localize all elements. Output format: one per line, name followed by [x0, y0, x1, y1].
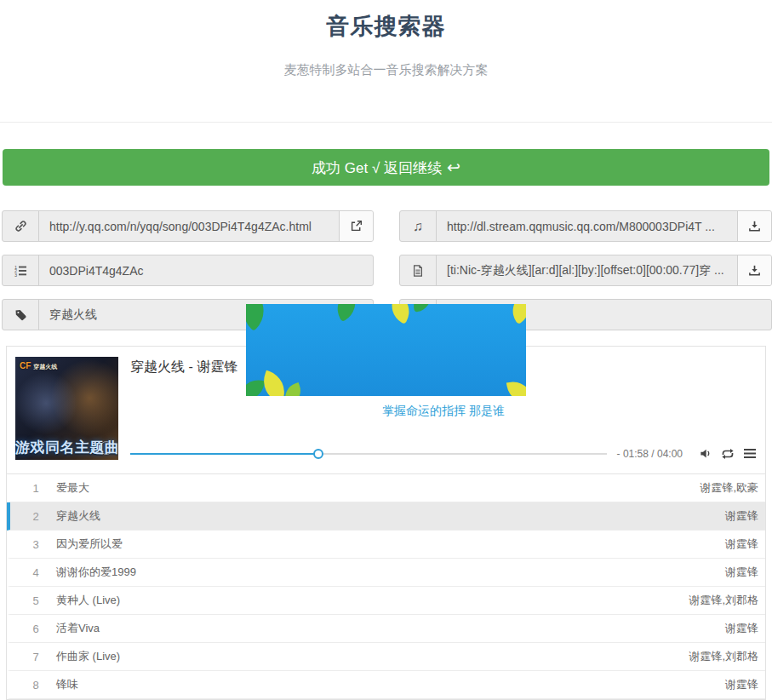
open-page-button[interactable]: [339, 211, 373, 241]
track-artist: 谢霆锋: [725, 536, 758, 552]
music-icon: ♫: [400, 211, 437, 241]
track-title: 因为爱所以爱: [56, 536, 725, 552]
track-title: 作曲家 (Live): [56, 649, 689, 664]
track-artist: 谢霆锋,刘郡格: [689, 593, 758, 608]
track-artist: 谢霆锋: [725, 508, 758, 524]
link-icon: [3, 211, 39, 241]
ad-banner-image[interactable]: [246, 304, 526, 396]
track-title: 谢谢你的爱1999: [56, 565, 725, 580]
track-number: 8: [27, 679, 44, 691]
progress-bar[interactable]: [130, 449, 607, 459]
list-ol-icon: 123: [3, 255, 39, 285]
track-row[interactable]: 6 活着Viva 谢霆锋: [7, 615, 765, 643]
reply-icon: ↩: [447, 158, 460, 176]
stream-url-group: ♫: [399, 210, 772, 242]
progress-fill: [130, 453, 318, 455]
file-text-icon: [400, 255, 437, 285]
download-song-button[interactable]: [737, 211, 771, 241]
track-artist: 谢霆锋: [725, 621, 758, 636]
loop-icon[interactable]: [720, 448, 735, 460]
track-row-active[interactable]: 2 穿越火线 谢霆锋: [7, 502, 765, 531]
track-artist: 谢霆锋: [725, 677, 758, 692]
song-id-input[interactable]: [39, 255, 373, 285]
page-title: 音乐搜索器: [0, 0, 772, 42]
track-row[interactable]: 8 锋味 谢霆锋: [7, 671, 765, 699]
track-row[interactable]: 3 因为爱所以爱 谢霆锋: [7, 531, 765, 559]
leaf-decor: [246, 304, 274, 331]
stream-url-input[interactable]: [437, 211, 737, 241]
player-controls: - 01:58 / 04:00: [130, 447, 757, 460]
track-row[interactable]: 1 爱最大 谢霆锋,欧豪: [7, 474, 765, 502]
progress-knob[interactable]: [313, 449, 323, 459]
track-row[interactable]: 5 黄种人 (Live) 谢霆锋,刘郡格: [7, 587, 765, 615]
album-disc-badge: [100, 441, 113, 455]
download-icon: [748, 220, 761, 232]
leaf-decor: [330, 304, 363, 322]
track-number: 7: [27, 651, 44, 663]
lyric-group: [399, 255, 772, 286]
leaf-decor: [506, 304, 526, 324]
page-url-input[interactable]: [39, 211, 339, 241]
track-title: 爱最大: [56, 480, 700, 496]
player-panel: CF穿越火线 游戏同名主题曲 穿越火线 - 谢霆锋 掌握命运的指挥 那是谁 - …: [6, 346, 766, 700]
time-display: - 01:58 / 04:00: [617, 448, 683, 460]
track-artist: 谢霆锋,刘郡格: [689, 649, 758, 664]
success-banner-text: 成功 Get √ 返回继续: [312, 160, 442, 176]
track-row[interactable]: 4 谢谢你的爱1999 谢霆锋: [7, 559, 765, 587]
album-art: CF穿越火线 游戏同名主题曲: [15, 357, 118, 460]
download-icon: [748, 264, 761, 277]
current-lyric-line[interactable]: 掌握命运的指挥 那是谁: [130, 404, 757, 419]
track-number: 5: [27, 594, 44, 607]
download-lyric-button[interactable]: [737, 255, 771, 285]
tag-icon: [3, 300, 39, 330]
success-banner[interactable]: 成功 Get √ 返回继续↩: [3, 149, 769, 186]
track-number: 1: [27, 482, 44, 495]
track-title: 穿越火线: [56, 508, 725, 524]
track-number: 2: [27, 510, 44, 523]
track-number: 3: [27, 538, 44, 551]
leaf-decor: [506, 379, 526, 396]
track-list: 1 爱最大 谢霆锋,欧豪 2 穿越火线 谢霆锋 3 因为爱所以爱 谢霆锋 4 谢…: [7, 473, 765, 699]
external-link-icon: [350, 220, 363, 232]
page-header: 音乐搜索器 麦葱特制多站合一音乐搜索解决方案: [0, 0, 772, 123]
song-id-group: 123: [2, 255, 374, 286]
leaf-decor: [385, 304, 416, 324]
track-number: 6: [27, 623, 44, 635]
lyric-input[interactable]: [437, 255, 737, 285]
page-subtitle: 麦葱特制多站合一音乐搜索解决方案: [0, 62, 772, 78]
svg-text:3: 3: [14, 272, 17, 277]
leaf-decor: [281, 382, 305, 396]
page-url-group: [2, 210, 374, 242]
track-row[interactable]: 7 作曲家 (Live) 谢霆锋,刘郡格: [7, 643, 765, 671]
leaf-decor: [411, 304, 432, 313]
track-number: 4: [27, 566, 44, 579]
track-artist: 谢霆锋: [725, 565, 758, 580]
track-title: 黄种人 (Live): [56, 593, 689, 608]
track-title: 锋味: [56, 677, 725, 692]
track-title: 活着Viva: [56, 621, 725, 636]
track-artist: 谢霆锋,欧豪: [700, 480, 758, 496]
album-logo: CF穿越火线: [20, 361, 57, 371]
volume-icon[interactable]: [699, 447, 712, 460]
leaf-decor: [246, 377, 265, 396]
playlist-menu-icon[interactable]: [743, 448, 757, 459]
